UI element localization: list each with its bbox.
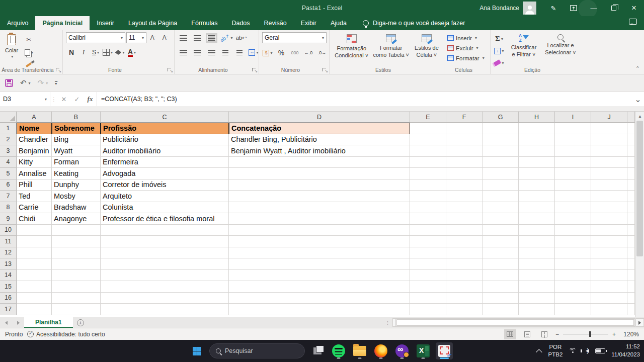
cell-B4[interactable]: Forman xyxy=(52,157,101,168)
cell-C13[interactable] xyxy=(101,258,229,270)
customize-qat-icon[interactable]: ━▾ xyxy=(55,81,57,85)
tab-formulas[interactable]: Fórmulas xyxy=(184,16,224,30)
sheet-nav-right-icon[interactable] xyxy=(12,317,24,328)
align-left-icon[interactable] xyxy=(178,47,189,58)
cell-E2[interactable] xyxy=(410,134,446,146)
tab-dados[interactable]: Dados xyxy=(224,16,257,30)
row-header-7[interactable]: 7 xyxy=(0,191,17,202)
cell-D10[interactable] xyxy=(229,225,410,236)
row-header-16[interactable]: 16 xyxy=(0,293,17,304)
cell-E9[interactable] xyxy=(410,213,446,225)
bold-button[interactable]: N xyxy=(66,47,77,58)
cell-G7[interactable] xyxy=(482,191,519,202)
row-header-17[interactable]: 17 xyxy=(0,304,17,315)
zoom-thumb[interactable] xyxy=(589,331,591,337)
cell-A7[interactable]: Ted xyxy=(17,191,52,202)
purple-mask-app-button[interactable] xyxy=(393,342,411,359)
cell-I17[interactable] xyxy=(555,304,591,315)
cell-I6[interactable] xyxy=(555,179,591,191)
cell-K5[interactable] xyxy=(627,168,635,179)
close-button[interactable]: × xyxy=(624,0,644,16)
cell-K2[interactable] xyxy=(627,134,635,146)
column-header-B[interactable]: B xyxy=(52,112,101,123)
cell-A2[interactable]: Chandler xyxy=(17,134,52,146)
cell-D2[interactable]: Chandler Bing, Publicitário xyxy=(229,134,410,146)
cell-B10[interactable] xyxy=(52,225,101,236)
cell-D15[interactable] xyxy=(229,281,410,293)
cell-K1[interactable] xyxy=(627,123,635,134)
task-view-button[interactable] xyxy=(309,342,326,359)
cell-B1[interactable]: Sobrenome xyxy=(52,123,101,134)
cell-D17[interactable] xyxy=(229,304,410,315)
cell-K14[interactable] xyxy=(627,270,635,282)
firefox-button[interactable] xyxy=(372,342,389,359)
alignment-dialog-launcher[interactable] xyxy=(252,68,257,73)
increase-font-icon[interactable]: Aˆ xyxy=(147,32,158,43)
cell-C1[interactable]: Profissão xyxy=(101,123,229,134)
cell-styles-button[interactable]: Estilos de Célula ˅ xyxy=(412,33,442,60)
format-cells-button[interactable]: Formatar▾ xyxy=(447,53,488,63)
spreadsheet-grid[interactable]: ABCDEFGHIJ1NomeSobrenomeProfissãoConcate… xyxy=(0,112,635,317)
merge-center-icon[interactable]: ⇔▾ xyxy=(248,47,259,58)
cell-I16[interactable] xyxy=(555,293,591,304)
row-header-14[interactable]: 14 xyxy=(0,270,17,282)
increase-decimal-icon[interactable]: ←.0 xyxy=(303,47,314,58)
cell-C7[interactable]: Arquiteto xyxy=(101,191,229,202)
cell-J17[interactable] xyxy=(591,304,627,315)
cell-F6[interactable] xyxy=(446,179,482,191)
cell-C17[interactable] xyxy=(101,304,229,315)
language-indicator[interactable]: PORPTB2 xyxy=(548,343,563,358)
autosum-icon[interactable]: Σ▾ xyxy=(494,33,505,44)
cell-F11[interactable] xyxy=(446,236,482,247)
speaker-icon[interactable] xyxy=(586,349,589,353)
cell-J5[interactable] xyxy=(591,168,627,179)
tab-layout-da-pagina[interactable]: Layout da Página xyxy=(121,16,184,30)
cell-J10[interactable] xyxy=(591,225,627,236)
cell-B12[interactable] xyxy=(52,247,101,259)
cell-E5[interactable] xyxy=(410,168,446,179)
cell-G10[interactable] xyxy=(482,225,519,236)
cell-A13[interactable] xyxy=(17,258,52,270)
user-avatar[interactable] xyxy=(523,2,536,15)
excel-button[interactable] xyxy=(415,342,432,359)
cell-B15[interactable] xyxy=(52,281,101,293)
decrease-font-icon[interactable]: Aˇ xyxy=(159,32,171,43)
tab-exibir[interactable]: Exibir xyxy=(294,16,324,30)
cell-C11[interactable] xyxy=(101,236,229,247)
cell-G9[interactable] xyxy=(482,213,519,225)
cell-H2[interactable] xyxy=(519,134,555,146)
column-header-J[interactable]: J xyxy=(591,112,627,123)
battery-icon[interactable] xyxy=(595,348,605,353)
cell-D16[interactable] xyxy=(229,293,410,304)
cell-B9[interactable]: Anagonye xyxy=(52,213,101,225)
cell-B3[interactable]: Wyatt xyxy=(52,145,101,157)
cell-F1[interactable] xyxy=(446,123,482,134)
scroll-up-icon[interactable]: ▲ xyxy=(635,112,644,121)
cell-G12[interactable] xyxy=(482,247,519,259)
zoom-percentage[interactable]: 120% xyxy=(621,331,639,338)
align-right-icon[interactable] xyxy=(206,47,217,58)
column-header-H[interactable]: H xyxy=(519,112,555,123)
enter-formula-icon[interactable]: ✓ xyxy=(70,92,84,106)
number-dialog-launcher[interactable] xyxy=(323,68,328,73)
cell-G3[interactable] xyxy=(482,145,519,157)
row-header-10[interactable]: 10 xyxy=(0,225,17,236)
decrease-decimal-icon[interactable]: .0→ xyxy=(316,47,328,58)
cell-C5[interactable]: Advogada xyxy=(101,168,229,179)
cell-F15[interactable] xyxy=(446,281,482,293)
align-middle-icon[interactable] xyxy=(192,32,203,43)
sort-filter-button[interactable]: AZ Classificar e Filtrar ˅ xyxy=(508,33,540,68)
cell-D11[interactable] xyxy=(229,236,410,247)
cell-F9[interactable] xyxy=(446,213,482,225)
cell-F5[interactable] xyxy=(446,168,482,179)
cell-H12[interactable] xyxy=(519,247,555,259)
cell-K13[interactable] xyxy=(627,258,635,270)
cell-H11[interactable] xyxy=(519,236,555,247)
currency-icon[interactable]: $▾ xyxy=(262,47,273,58)
number-format-combo[interactable]: Geral▾ xyxy=(262,32,327,43)
cell-K12[interactable] xyxy=(627,247,635,259)
italic-button[interactable]: I xyxy=(78,47,89,58)
cell-C16[interactable] xyxy=(101,293,229,304)
cell-B6[interactable]: Dunphy xyxy=(52,179,101,191)
wrap-text-icon[interactable]: ab↩ xyxy=(236,32,247,43)
